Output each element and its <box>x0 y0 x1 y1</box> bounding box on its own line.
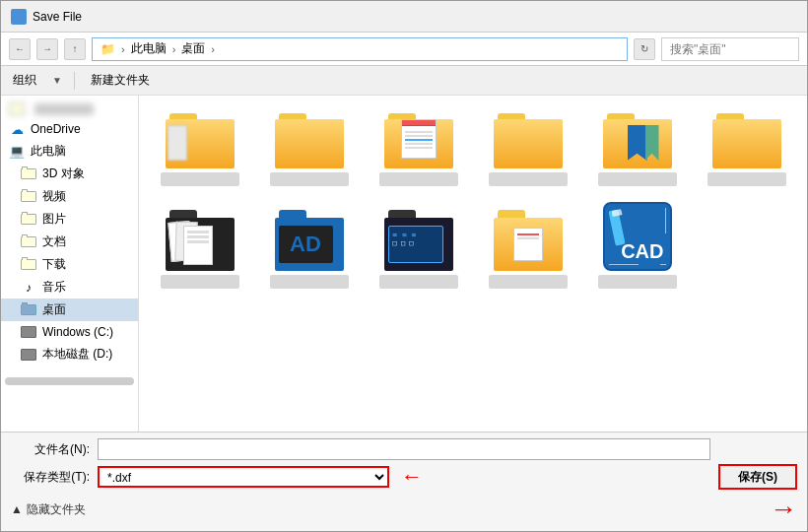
path-desktop[interactable]: 桌面 <box>181 40 205 57</box>
folder-picture-icon <box>21 212 36 228</box>
filename-input[interactable] <box>98 438 710 460</box>
sidebar-label-locald: 本地磁盘 (D:) <box>42 346 112 363</box>
sidebar-label-onedrive: OneDrive <box>31 122 81 136</box>
sidebar-label-music: 音乐 <box>42 279 66 296</box>
file-label <box>707 172 786 186</box>
hide-folder-row: ▲ 隐藏文件夹 → <box>11 494 797 525</box>
search-input[interactable] <box>661 37 799 61</box>
sidebar-label-3d: 3D 对象 <box>42 166 85 182</box>
sidebar-label-desktop: 桌面 <box>42 301 66 318</box>
save-button[interactable]: 保存(S) <box>718 464 797 490</box>
list-item[interactable]: AD <box>258 198 360 293</box>
list-item[interactable]: ≡ ≡ ≡ □ □ □ <box>368 198 469 293</box>
file-label <box>379 172 458 186</box>
sidebar-item-thispc[interactable]: 💻 此电脑 <box>1 140 138 163</box>
sidebar-item-music[interactable]: ♪ 音乐 <box>1 276 138 299</box>
file-label <box>598 275 677 289</box>
sidebar-label-download: 下载 <box>42 256 66 273</box>
filename-row: 文件名(N): <box>11 438 797 460</box>
organize-button[interactable]: 组织 <box>9 70 40 91</box>
red-arrow-icon: ← <box>401 464 423 490</box>
file-label <box>270 275 349 289</box>
back-button[interactable]: ← <box>9 38 31 60</box>
sidebar-item-video[interactable]: 视频 <box>1 185 138 208</box>
dialog-icon <box>11 9 27 25</box>
folder-video-icon <box>21 189 36 205</box>
up-button[interactable]: ↑ <box>64 38 86 60</box>
path-thispc[interactable]: 此电脑 <box>131 40 167 57</box>
file-label <box>379 275 458 289</box>
folder-desktop-icon <box>21 302 36 318</box>
filetype-select[interactable]: *.dxf <box>98 466 389 488</box>
file-label <box>489 172 568 186</box>
file-label <box>270 172 349 186</box>
chevron-icon: ▲ <box>11 502 23 516</box>
sidebar-label-doc: 文档 <box>42 233 66 250</box>
filename-label: 文件名(N): <box>11 441 90 458</box>
sidebar-item-desktop[interactable]: 桌面 <box>1 299 138 321</box>
drive-d-icon <box>21 347 36 363</box>
list-item[interactable] <box>477 198 578 293</box>
sidebar-item-blurred <box>1 100 138 118</box>
list-item[interactable] <box>586 105 688 190</box>
sidebar-label-thispc: 此电脑 <box>31 143 66 160</box>
list-item-cad[interactable]: CAD <box>586 198 688 293</box>
pc-icon: 💻 <box>9 144 25 160</box>
list-item[interactable] <box>368 105 469 190</box>
sidebar-label-picture: 图片 <box>42 211 66 228</box>
drive-c-icon <box>21 324 36 340</box>
sidebar-item-download[interactable]: 下载 <box>1 253 138 276</box>
sidebar-item-onedrive[interactable]: ☁ OneDrive <box>1 118 138 140</box>
list-item[interactable] <box>696 105 797 190</box>
sidebar-label-video: 视频 <box>42 188 66 205</box>
red-arrow-save-icon: → <box>770 494 797 525</box>
sidebar-item-3d[interactable]: 3D 对象 <box>1 163 138 185</box>
list-item[interactable] <box>149 198 250 293</box>
sidebar-item-locald[interactable]: 本地磁盘 (D:) <box>1 343 138 366</box>
sidebar-item-winc[interactable]: Windows (C:) <box>1 321 138 343</box>
file-label <box>598 172 677 186</box>
list-item[interactable] <box>149 105 250 190</box>
list-item[interactable] <box>258 105 360 190</box>
path-pc-icon: 📁 <box>101 42 115 56</box>
new-folder-button[interactable]: 新建文件夹 <box>87 70 154 91</box>
title-bar: Save File <box>1 1 807 33</box>
refresh-button[interactable]: ↻ <box>634 38 655 60</box>
cloud-icon: ☁ <box>9 121 25 137</box>
folder-3d-icon <box>21 166 36 182</box>
address-path[interactable]: 📁 › 此电脑 › 桌面 › <box>92 37 628 61</box>
file-grid: AD ≡ ≡ ≡ □ □ □ <box>139 96 807 432</box>
bottom-section: 文件名(N): 保存类型(T): *.dxf ← 保存(S) ▲ 隐藏文件夹 → <box>1 432 807 531</box>
file-label <box>489 275 568 289</box>
sidebar-item-doc[interactable]: 文档 <box>1 231 138 253</box>
dialog-title: Save File <box>33 10 82 24</box>
sidebar-item-picture[interactable]: 图片 <box>1 208 138 231</box>
main-area: ☁ OneDrive 💻 此电脑 3D 对象 视频 图片 文档 <box>1 96 807 432</box>
music-icon: ♪ <box>21 280 36 296</box>
toolbar: 组织 ▼ 新建文件夹 <box>1 66 807 96</box>
file-label <box>161 275 239 289</box>
forward-button[interactable]: → <box>36 38 58 60</box>
cad-icon: CAD <box>603 202 672 271</box>
filetype-row: 保存类型(T): *.dxf ← 保存(S) <box>11 464 797 490</box>
hide-folder-toggle[interactable]: ▲ 隐藏文件夹 <box>11 501 86 518</box>
sidebar-label-winc: Windows (C:) <box>42 325 113 339</box>
filetype-label: 保存类型(T): <box>11 469 90 486</box>
address-bar: ← → ↑ 📁 › 此电脑 › 桌面 › ↻ <box>1 33 807 66</box>
folder-doc-icon <box>21 234 36 250</box>
list-item[interactable] <box>477 105 578 190</box>
sidebar: ☁ OneDrive 💻 此电脑 3D 对象 视频 图片 文档 <box>1 96 139 432</box>
save-file-dialog: Save File ← → ↑ 📁 › 此电脑 › 桌面 › ↻ 组织 ▼ 新建… <box>0 0 808 532</box>
folder-download-icon <box>21 257 36 273</box>
file-label <box>161 172 239 186</box>
